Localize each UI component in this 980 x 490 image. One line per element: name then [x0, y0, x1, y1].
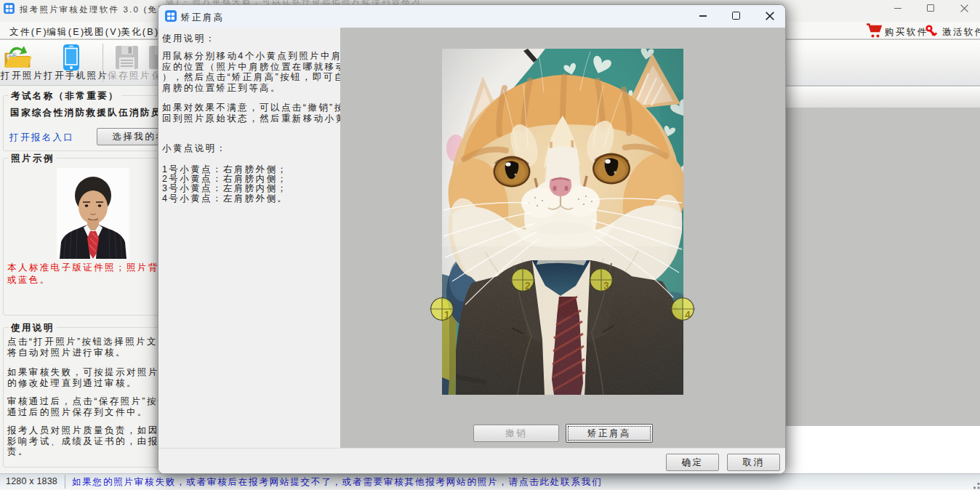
- svg-text:4: 4: [685, 309, 691, 321]
- svg-text:1: 1: [444, 309, 450, 321]
- svg-text:2: 2: [525, 280, 531, 292]
- svg-text:3: 3: [603, 280, 609, 292]
